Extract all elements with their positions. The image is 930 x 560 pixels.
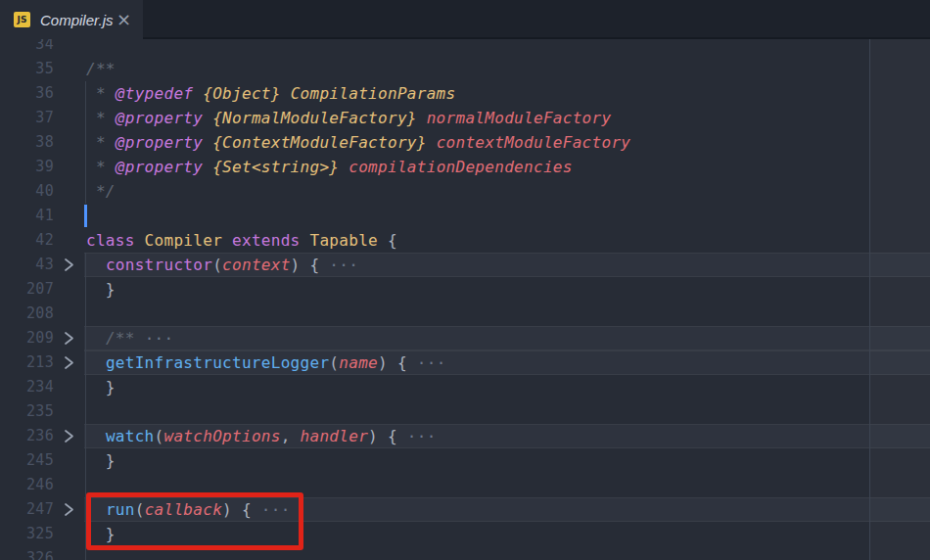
line-number: 42 [0, 228, 54, 253]
code-line-content[interactable]: } [84, 448, 930, 473]
code-line-content[interactable]: } [84, 375, 930, 399]
code-line: 208 [0, 302, 930, 326]
code-line-content[interactable]: } [84, 522, 930, 546]
gutter: 236 [0, 424, 84, 448]
code-line: 40 */ [0, 179, 930, 204]
line-number: 213 [0, 350, 54, 375]
code-line-content[interactable] [84, 473, 930, 497]
code-line: 37 * @property {NormalModuleFactory} nor… [0, 106, 930, 130]
code-line-content[interactable]: class Compiler extends Tapable { [84, 228, 930, 253]
line-number: 325 [0, 522, 54, 546]
code-line: 235 [0, 399, 930, 424]
code-line-content[interactable]: /** ··· [84, 326, 930, 350]
line-number: 43 [0, 253, 54, 277]
code-line: 43 constructor(context) { ··· [0, 253, 930, 277]
gutter-spacer [54, 155, 84, 179]
line-number: 236 [0, 424, 54, 448]
line-number: 41 [0, 204, 54, 228]
gutter: 209 [0, 326, 84, 350]
gutter-spacer [54, 130, 84, 155]
gutter-spacer [54, 228, 84, 253]
line-number: 235 [0, 399, 54, 424]
code-editor: 3435/**36 * @typedef {Object} Compilatio… [0, 39, 930, 560]
code-line-content[interactable] [84, 204, 930, 228]
code-rows: 3435/**36 * @typedef {Object} Compilatio… [0, 39, 930, 560]
gutter-spacer [54, 57, 84, 81]
gutter: 43 [0, 253, 84, 277]
gutter-spacer [54, 204, 84, 228]
gutter: 234 [0, 375, 84, 399]
fold-chevron-icon[interactable] [54, 350, 84, 375]
line-number: 40 [0, 179, 54, 204]
line-number: 39 [0, 155, 54, 179]
gutter: 213 [0, 350, 84, 375]
gutter-spacer [54, 302, 84, 326]
gutter: 246 [0, 473, 84, 497]
code-line: 325 } [0, 522, 930, 546]
code-line-content[interactable]: * @property {NormalModuleFactory} normal… [84, 106, 930, 130]
code-line: 36 * @typedef {Object} CompilationParams [0, 81, 930, 106]
code-line-content[interactable]: * @property {Set<string>} compilationDep… [84, 155, 930, 179]
code-line: 38 * @property {ContextModuleFactory} co… [0, 130, 930, 155]
code-line: 246 [0, 473, 930, 497]
line-number: 37 [0, 106, 54, 130]
code-line: 39 * @property {Set<string>} compilation… [0, 155, 930, 179]
line-number: 247 [0, 497, 54, 522]
fold-chevron-icon[interactable] [54, 497, 84, 522]
fold-chevron-icon[interactable] [54, 424, 84, 448]
gutter-spacer [54, 277, 84, 302]
line-number: 234 [0, 375, 54, 399]
gutter: 247 [0, 497, 84, 522]
code-line-content[interactable] [84, 546, 930, 560]
code-line: 213 getInfrastructureLogger(name) { ··· [0, 350, 930, 375]
close-tab-icon[interactable]: × [115, 11, 133, 28]
code-line: 41 [0, 204, 930, 228]
code-line-content[interactable]: * @property {ContextModuleFactory} conte… [84, 130, 930, 155]
gutter: 208 [0, 302, 84, 326]
code-line: 35/** [0, 57, 930, 81]
line-number: 35 [0, 57, 54, 81]
line-number: 326 [0, 546, 54, 560]
fold-chevron-icon[interactable] [54, 253, 84, 277]
code-line-content[interactable]: getInfrastructureLogger(name) { ··· [84, 350, 930, 375]
code-line: 247 run(callback) { ··· [0, 497, 930, 522]
code-line-content[interactable]: constructor(context) { ··· [84, 253, 930, 277]
code-line-content[interactable]: } [84, 277, 930, 302]
line-number: 245 [0, 448, 54, 473]
code-line-content[interactable]: run(callback) { ··· [84, 497, 930, 522]
gutter: 42 [0, 228, 84, 253]
code-line: 245 } [0, 448, 930, 473]
gutter: 325 [0, 522, 84, 546]
gutter-spacer [54, 546, 84, 560]
code-line-content[interactable]: watch(watchOptions, handler) { ··· [84, 424, 930, 448]
line-number: 209 [0, 326, 54, 350]
gutter-spacer [54, 106, 84, 130]
code-line-content[interactable] [84, 39, 930, 57]
tab-compiler-js[interactable]: JS Compiler.js × [0, 0, 143, 39]
line-number: 38 [0, 130, 54, 155]
code-line-content[interactable]: */ [84, 179, 930, 204]
javascript-file-icon: JS [14, 12, 30, 27]
fold-chevron-icon[interactable] [54, 326, 84, 350]
gutter-spacer [54, 473, 84, 497]
code-line-content[interactable]: /** [84, 57, 930, 81]
gutter-spacer [54, 39, 84, 57]
gutter: 36 [0, 81, 84, 106]
line-number: 36 [0, 81, 54, 106]
gutter: 37 [0, 106, 84, 130]
code-line-content[interactable] [84, 399, 930, 424]
gutter: 40 [0, 179, 84, 204]
gutter: 326 [0, 546, 84, 560]
code-line: 326 [0, 546, 930, 560]
code-line: 34 [0, 39, 930, 57]
gutter-spacer [54, 522, 84, 546]
gutter: 235 [0, 399, 84, 424]
code-line: 236 watch(watchOptions, handler) { ··· [0, 424, 930, 448]
gutter-spacer [54, 448, 84, 473]
gutter: 39 [0, 155, 84, 179]
gutter: 38 [0, 130, 84, 155]
code-line-content[interactable]: * @typedef {Object} CompilationParams [84, 81, 930, 106]
code-line-content[interactable] [84, 302, 930, 326]
gutter-spacer [54, 399, 84, 424]
code-line: 234 } [0, 375, 930, 399]
